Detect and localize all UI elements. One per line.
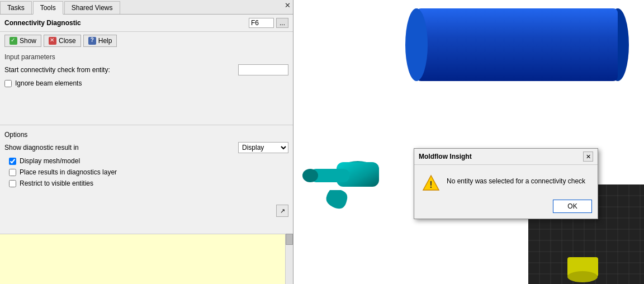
tab-tools[interactable]: Tools <box>33 1 63 15</box>
right-panel: Moldflow Insight ✕ ! No entity was selec… <box>293 0 644 284</box>
section-divider <box>0 125 293 125</box>
scrollbar-right[interactable] <box>285 234 293 284</box>
svg-point-27 <box>567 271 598 282</box>
x-icon <box>49 37 56 45</box>
expand-button[interactable]: ↗ <box>276 205 288 217</box>
scrollbar-thumb[interactable] <box>286 234 293 245</box>
options-area: Options Show diagnostic result in Displa… <box>0 127 293 192</box>
action-row: Show Close Help <box>0 32 293 50</box>
svg-text:!: ! <box>429 180 432 190</box>
left-panel: ✕ Tasks Tools Shared Views Connectivity … <box>0 0 293 284</box>
place-results-row: Place results in diagnostics layer <box>4 167 288 178</box>
start-entity-label: Start connectivity check from entity: <box>4 66 238 74</box>
shortcut-input[interactable] <box>249 18 274 28</box>
display-mesh-checkbox[interactable] <box>9 158 16 165</box>
dialog-titlebar: Moldflow Insight ✕ <box>414 149 598 165</box>
show-result-row: Show diagnostic result in Display Window… <box>4 142 288 153</box>
notes-area <box>0 234 285 284</box>
check-icon <box>10 37 17 45</box>
ignore-beam-row: Ignore beam elements <box>0 78 293 89</box>
start-entity-row: Start connectivity check from entity: <box>0 62 293 78</box>
3d-scene <box>293 0 644 284</box>
spacer <box>0 89 293 122</box>
dialog: Moldflow Insight ✕ ! No entity was selec… <box>414 148 598 219</box>
tab-shared-views[interactable]: Shared Views <box>64 1 120 14</box>
dots-button[interactable]: ... <box>276 18 288 28</box>
ok-button[interactable]: OK <box>553 200 592 213</box>
help-icon <box>88 37 96 45</box>
restrict-label: Restrict to visible entities <box>20 179 93 187</box>
restrict-checkbox[interactable] <box>9 180 16 187</box>
place-results-checkbox[interactable] <box>9 169 16 176</box>
dialog-body: ! No entity was selected for a connectiv… <box>414 165 598 197</box>
dialog-message: No entity was selected for a connectivit… <box>447 174 585 185</box>
tool-name-label: Connectivity Diagnostic <box>4 19 249 27</box>
dialog-footer: OK <box>414 197 598 219</box>
show-result-label: Show diagnostic result in <box>4 144 238 152</box>
close-window-button[interactable]: ✕ <box>285 1 291 10</box>
tab-bar: Tasks Tools Shared Views <box>0 0 293 15</box>
start-entity-input[interactable] <box>238 64 288 75</box>
restrict-row: Restrict to visible entities <box>4 178 288 189</box>
display-mesh-label: Display mesh/model <box>20 157 80 165</box>
input-parameters-title: Input parameters <box>0 50 293 62</box>
display-mesh-row: Display mesh/model <box>4 155 288 167</box>
tab-tasks[interactable]: Tasks <box>0 1 32 14</box>
help-button[interactable]: Help <box>83 35 117 47</box>
svg-rect-1 <box>416 8 618 81</box>
ignore-beam-checkbox[interactable] <box>4 80 12 87</box>
show-result-select[interactable]: Display Window File <box>238 142 288 153</box>
show-button[interactable]: Show <box>4 35 41 47</box>
close-button[interactable]: Close <box>44 35 81 47</box>
toolbar-row: Connectivity Diagnostic ... <box>0 15 293 32</box>
ignore-beam-label: Ignore beam elements <box>15 79 82 87</box>
options-title: Options <box>4 131 288 139</box>
svg-point-2 <box>405 8 428 81</box>
place-results-label: Place results in diagnostics layer <box>20 168 117 176</box>
svg-point-6 <box>302 169 318 182</box>
dialog-close-button[interactable]: ✕ <box>583 152 593 162</box>
dialog-title: Moldflow Insight <box>419 153 583 160</box>
warning-icon: ! <box>422 174 440 192</box>
